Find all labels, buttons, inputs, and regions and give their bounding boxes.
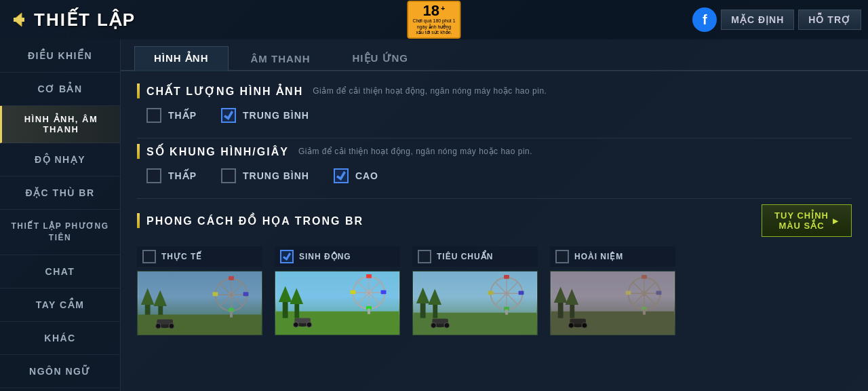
section-fps: SỐ KHUNG HÌNH/GIÂY Giảm để cải thiện hoạ… — [137, 144, 852, 183]
section-header-image-quality: CHẤT LƯỢNG HÌNH ẢNH Giảm để cải thiện ho… — [137, 83, 852, 98]
section-title-fps: SỐ KHUNG HÌNH/GIÂY — [146, 145, 289, 158]
checkbox-cao-fps[interactable] — [334, 168, 349, 183]
section-graphic-style: PHONG CÁCH ĐỒ HỌA TRONG BR TUY CHỈNHMÀU … — [137, 204, 852, 335]
age-number: 18 — [423, 3, 439, 18]
section-image-quality: CHẤT LƯỢNG HÌNH ẢNH Giảm để cải thiện ho… — [137, 83, 852, 123]
label-trung-binh-fps: TRUNG BÌNH — [243, 170, 309, 181]
svg-rect-57 — [519, 291, 524, 295]
sidebar-item-dieu-khien[interactable]: ĐIỀU KHIỂN — [0, 39, 120, 73]
svg-rect-44 — [414, 272, 536, 313]
top-right-buttons: f MẶC ĐỊNH HỖ TRỢ — [692, 7, 861, 32]
option-trung-binh-fps[interactable]: TRUNG BÌNH — [221, 168, 309, 183]
svg-point-42 — [293, 322, 298, 327]
svg-point-21 — [155, 323, 161, 329]
style-option-sinh-dong[interactable]: Sinh Động — [275, 246, 400, 335]
style-header: PHONG CÁCH ĐỒ HỌA TRONG BR TUY CHỈNHMÀU … — [137, 204, 852, 237]
svg-rect-23 — [276, 272, 399, 312]
style-option-hoai-niem-header: Hoài Niệm — [550, 246, 675, 267]
section-indicator-fps — [137, 144, 140, 159]
svg-rect-2 — [138, 272, 261, 315]
back-button[interactable]: THIẾT LẬP — [7, 9, 136, 31]
sidebar-item-khac[interactable]: KHÁC — [0, 322, 120, 355]
age-plus: + — [441, 4, 445, 12]
checkbox-thap-fps[interactable] — [146, 168, 161, 183]
scene-tieu-chuan — [413, 272, 537, 335]
tab-hinh-anh[interactable]: HÌNH ẢNH — [134, 46, 229, 71]
checkbox-thap-quality[interactable] — [146, 108, 161, 123]
sidebar-item-ngon-ngu[interactable]: NGÔN NGỮ — [0, 355, 120, 388]
svg-rect-36 — [381, 290, 387, 294]
content-body: CHẤT LƯỢNG HÌNH ẢNH Giảm để cải thiện ho… — [121, 71, 868, 391]
style-checkbox-sinh-dong[interactable] — [280, 250, 294, 263]
tab-am-thanh[interactable]: ÂM THANH — [231, 47, 330, 70]
back-arrow-icon — [7, 9, 28, 31]
sidebar-item-chat[interactable]: CHAT — [0, 255, 120, 288]
top-bar: THIẾT LẬP 18 + Chơi quá 180 phút 1ngày ả… — [0, 0, 868, 39]
label-trung-binh-quality: TRUNG BÌNH — [243, 110, 309, 121]
mac-dinh-button[interactable]: MẶC ĐỊNH — [721, 10, 794, 30]
option-thap-fps[interactable]: THẤP — [146, 168, 197, 183]
age-badge: 18 + Chơi quá 180 phút 1ngày ảnh hưởngxấ… — [407, 1, 460, 38]
label-cao-fps: CAO — [355, 170, 378, 181]
sidebar-item-dac-thu-br[interactable]: ĐẶC THÙ BR — [0, 176, 120, 210]
svg-point-43 — [307, 322, 312, 327]
section-desc-fps: Giảm để cải thiện hoạt động, ngăn nóng m… — [298, 147, 532, 156]
option-trung-binh-quality[interactable]: TRUNG BÌNH — [221, 108, 309, 123]
svg-rect-35 — [366, 274, 372, 278]
svg-rect-14 — [229, 276, 234, 280]
tab-hieu-ung[interactable]: HIỆU ỨNG — [333, 46, 429, 70]
divider-2 — [137, 198, 852, 199]
style-checkbox-hoai-niem[interactable] — [555, 250, 569, 263]
section-title-image-quality: CHẤT LƯỢNG HÌNH ẢNH — [146, 85, 303, 98]
checkbox-trung-binh-quality[interactable] — [221, 108, 236, 123]
svg-point-63 — [431, 322, 436, 328]
tabs-bar: HÌNH ẢNH ÂM THANH HIỆU ỨNG — [121, 39, 868, 71]
style-option-tieu-chuan-header: Tiêu Chuẩn — [412, 246, 538, 267]
style-checkbox-tieu-chuan[interactable] — [418, 250, 431, 263]
svg-rect-38 — [351, 290, 356, 294]
style-image-tieu-chuan — [412, 271, 538, 335]
svg-rect-59 — [488, 291, 494, 295]
style-label-tieu-chuan: Tiêu Chuẩn — [437, 252, 493, 261]
checkbox-trung-binh-fps[interactable] — [221, 168, 236, 183]
divider-1 — [137, 138, 852, 138]
sidebar-item-tay-cam[interactable]: TAY CẦM — [0, 288, 120, 322]
svg-point-85 — [582, 322, 587, 328]
svg-rect-80 — [626, 291, 631, 295]
svg-rect-39 — [368, 309, 370, 314]
image-quality-options: THẤP TRUNG BÌNH — [137, 108, 852, 123]
sidebar-item-thiet-lap-phuong-tien[interactable]: THIẾT LẬP PHƯƠNGTIÊN — [0, 210, 120, 255]
style-label-thuc-te: Thực Tế — [161, 252, 202, 261]
style-checkbox-thuc-te[interactable] — [142, 250, 156, 263]
sidebar-item-hinh-anh-am-thanh[interactable]: HÌNH ẢNH, ÂM THANH — [0, 106, 120, 143]
content-area: HÌNH ẢNH ÂM THANH HIỆU ỨNG CHẤT LƯỢNG HÌ… — [121, 39, 868, 391]
style-option-thuc-te-header: Thực Tế — [137, 246, 262, 267]
sidebar-item-do-nhay[interactable]: ĐỘ NHẠY — [0, 143, 120, 176]
style-option-hoai-niem[interactable]: Hoài Niệm — [550, 246, 675, 335]
sidebar-item-co-ban[interactable]: CƠ BẢN — [0, 73, 120, 106]
tuy-chinh-mau-sac-button[interactable]: TUY CHỈNHMÀU SẮC — [762, 204, 852, 237]
option-cao-fps[interactable]: CAO — [334, 168, 378, 183]
svg-rect-15 — [243, 292, 249, 296]
svg-rect-81 — [643, 310, 646, 315]
style-option-thuc-te[interactable]: Thực Tế — [137, 246, 262, 335]
svg-rect-78 — [656, 291, 662, 295]
style-options: Thực Tế — [137, 246, 852, 335]
svg-point-84 — [568, 322, 574, 328]
section-header-fps: SỐ KHUNG HÌNH/GIÂY Giảm để cải thiện hoạ… — [137, 144, 852, 159]
age-text: Chơi quá 180 phút 1ngày ảnh hưởngxấu tới… — [412, 18, 455, 35]
svg-rect-67 — [558, 300, 564, 318]
svg-point-22 — [169, 323, 174, 329]
ho-tro-button[interactable]: HỖ TRỢ — [798, 10, 861, 30]
facebook-button[interactable]: f — [692, 7, 717, 32]
style-option-tieu-chuan[interactable]: Tiêu Chuẩn — [412, 246, 538, 335]
svg-point-64 — [444, 322, 450, 328]
scene-sinh-dong — [275, 272, 399, 335]
section-title-style: PHONG CÁCH ĐỒ HỌA TRONG BR — [146, 215, 363, 227]
svg-rect-1 — [14, 18, 24, 22]
page-title: THIẾT LẬP — [34, 10, 136, 31]
sidebar: ĐIỀU KHIỂN CƠ BẢN HÌNH ẢNH, ÂM THANH ĐỘ … — [0, 39, 121, 391]
option-thap-quality[interactable]: THẤP — [146, 108, 197, 123]
svg-rect-77 — [642, 275, 647, 279]
scene-hoai-niem — [551, 272, 675, 335]
